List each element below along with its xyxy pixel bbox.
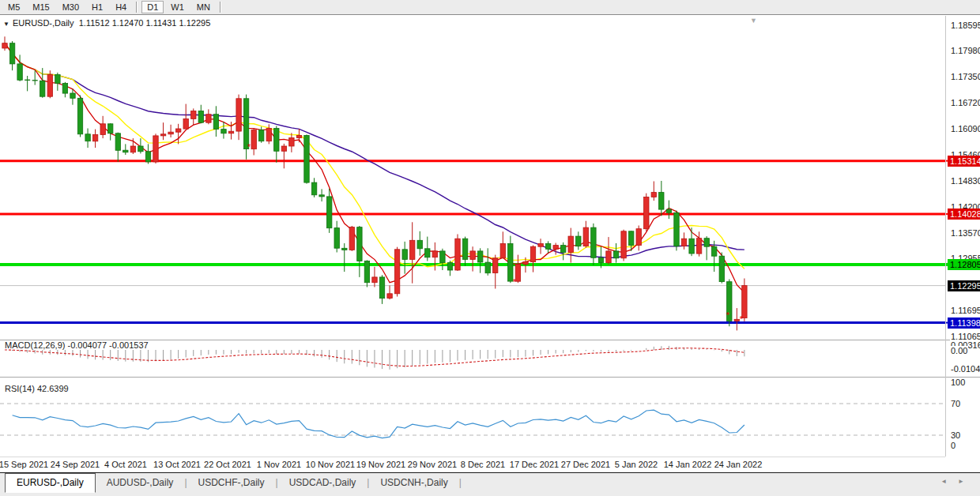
tab-usdcnh-daily[interactable]: USDCNH-,Daily: [369, 474, 458, 493]
candle: [251, 129, 256, 156]
timeframe-button-m30[interactable]: M30: [57, 1, 85, 13]
candle: [221, 122, 226, 139]
candle: [410, 222, 415, 283]
candle: [9, 41, 14, 70]
candle: [319, 189, 324, 201]
price-axis-label: 1.18595: [950, 21, 980, 30]
timeframe-button-mn[interactable]: MN: [191, 1, 216, 13]
rsi-indicator-label: RSI(14) 42.6399: [5, 384, 69, 393]
candle: [644, 194, 649, 231]
candle: [659, 181, 664, 216]
candle: [311, 178, 316, 197]
candle: [561, 242, 566, 261]
candle: [478, 248, 483, 272]
tab-usdcad-daily[interactable]: USDCAD-,Daily: [278, 474, 368, 493]
price-axis-separator: [945, 16, 946, 457]
candle: [530, 246, 535, 272]
candle: [289, 133, 294, 152]
candle: [425, 237, 430, 261]
candle: [138, 138, 143, 153]
candle: [681, 232, 686, 249]
candle: [108, 123, 113, 141]
candle: [696, 231, 701, 256]
date-axis-label: 1 Nov 2021: [257, 460, 301, 469]
timeframe-button-w1[interactable]: W1: [165, 1, 190, 13]
candle: [153, 133, 158, 163]
candle: [621, 230, 626, 261]
symbol-quote-line[interactable]: ▼EURUSD-,Daily 1.11512 1.12470 1.11431 1…: [3, 18, 210, 28]
candle: [583, 221, 588, 248]
date-axis-label: 29 Nov 2021: [408, 460, 457, 469]
candle: [191, 108, 196, 125]
timeframe-button-m15[interactable]: M15: [27, 1, 55, 13]
date-axis-label: 24 Jan 2022: [714, 460, 763, 469]
candle: [689, 227, 694, 256]
price-badge-1.12295: 1.12295: [948, 280, 980, 291]
tab-scroll-left-icon[interactable]: ◄: [940, 478, 958, 485]
date-axis-label: 5 Jan 2022: [615, 460, 658, 469]
candle: [613, 243, 618, 263]
candle: [364, 260, 369, 287]
candle: [176, 124, 181, 145]
candle: [379, 275, 384, 304]
date-axis-label: 8 Dec 2021: [461, 460, 505, 469]
tab-audusd-daily[interactable]: AUDUSD-,Daily: [96, 474, 185, 493]
chart-dropdown-icon[interactable]: ▼: [3, 21, 9, 28]
price-axis-label: 1.13570: [950, 228, 980, 238]
candle: [447, 261, 452, 276]
candle: [160, 122, 165, 140]
candle: [538, 239, 543, 254]
tab-eurusd-daily[interactable]: EURUSD-,Daily: [5, 473, 96, 493]
rsi-axis-label: 70: [950, 399, 961, 408]
candle: [440, 249, 445, 270]
timeframe-button-d1[interactable]: D1: [141, 1, 164, 13]
candle: [372, 267, 377, 287]
rsi-axis-label: 0: [950, 441, 956, 450]
candle: [485, 248, 490, 276]
tab-scroll-right-icon[interactable]: ►: [958, 478, 975, 485]
chart-tabs-bar: EURUSD-,DailyAUDUSD-,Daily|USDCHF-,Daily…: [0, 472, 980, 496]
candle: [342, 243, 347, 272]
candle: [455, 235, 460, 272]
timeframe-toolbar: M5M15M30H1H4D1W1MN: [0, 0, 980, 15]
timeframe-button-h4[interactable]: H4: [110, 1, 132, 13]
price-axis-label: 1.16720: [950, 98, 980, 107]
price-axis-label: 1.16090: [950, 124, 980, 133]
price-badge-1.14028: 1.14028: [948, 209, 980, 220]
candle: [100, 116, 105, 138]
date-axis-label: 19 Nov 2021: [356, 460, 405, 469]
candle: [500, 231, 505, 258]
ma-fast-line: [5, 43, 744, 293]
chart-tabs: EURUSD-,DailyAUDUSD-,Daily|USDCHF-,Daily…: [5, 473, 462, 493]
date-axis-label: 24 Sep 2021: [51, 460, 100, 469]
price-badge-1.12805: 1.12805: [948, 259, 980, 270]
terminal-window: M5M15M30H1H4D1W1MN ▼EURUSD-,Daily 1.1151…: [0, 0, 980, 496]
chart-shift-marker-icon[interactable]: ▼: [750, 17, 757, 24]
price-axis-label: 1.14830: [950, 176, 980, 186]
timeframe-button-m5[interactable]: M5: [2, 1, 25, 13]
candle: [493, 255, 498, 289]
candle: [417, 231, 422, 256]
indicator-mark: *: [513, 277, 516, 287]
candle: [85, 129, 90, 148]
macd-axis-label: 0.00: [950, 346, 968, 355]
candle: [636, 226, 641, 251]
date-axis-label: 13 Oct 2021: [153, 460, 201, 469]
timeframe-button-h1[interactable]: H1: [86, 1, 108, 13]
candle: [213, 106, 218, 137]
tab-usdchf-daily[interactable]: USDCHF-,Daily: [187, 474, 276, 493]
chart-canvas[interactable]: [0, 0, 980, 472]
candle: [387, 285, 392, 299]
candle: [651, 182, 656, 201]
toolbar-separator: [220, 2, 221, 13]
indicator-mark: *: [740, 314, 743, 324]
candle: [24, 76, 30, 91]
candle: [515, 255, 520, 284]
candle: [259, 126, 264, 142]
date-axis-label: 10 Nov 2021: [306, 460, 355, 469]
candle: [236, 95, 241, 141]
rsi-axis-label: 100: [950, 378, 966, 387]
quote-ohlc-values: 1.11512 1.12470 1.11431 1.12295: [79, 18, 211, 28]
rsi-axis-label: 30: [950, 430, 961, 440]
candle: [77, 96, 82, 137]
